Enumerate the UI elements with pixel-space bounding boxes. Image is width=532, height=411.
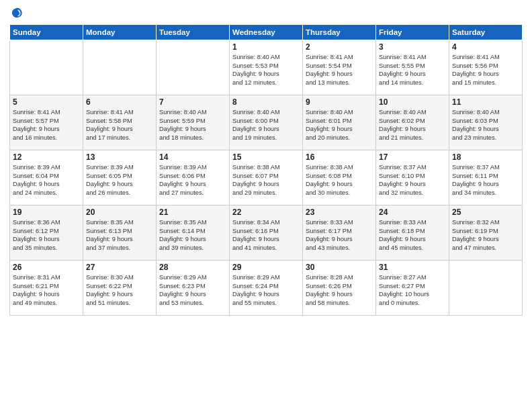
day-number: 23 (306, 208, 373, 217)
calendar-cell (449, 261, 523, 316)
calendar-cell (10, 40, 83, 95)
day-number: 20 (86, 208, 153, 217)
header (9, 7, 523, 21)
day-header-sunday: Sunday (10, 25, 83, 40)
cell-content: Sunrise: 8:38 AM Sunset: 6:07 PM Dayligh… (232, 163, 300, 197)
calendar-cell: 16Sunrise: 8:38 AM Sunset: 6:08 PM Dayli… (303, 150, 376, 205)
calendar-cell: 20Sunrise: 8:35 AM Sunset: 6:13 PM Dayli… (83, 205, 157, 261)
cell-content: Sunrise: 8:27 AM Sunset: 6:27 PM Dayligh… (379, 273, 446, 307)
day-header-saturday: Saturday (449, 25, 523, 40)
day-number: 30 (306, 263, 373, 272)
calendar-cell: 23Sunrise: 8:33 AM Sunset: 6:17 PM Dayli… (303, 205, 376, 261)
logo (9, 7, 26, 21)
cell-content: Sunrise: 8:29 AM Sunset: 6:23 PM Dayligh… (159, 273, 226, 307)
calendar-cell: 7Sunrise: 8:40 AM Sunset: 5:59 PM Daylig… (157, 95, 230, 150)
calendar-cell: 30Sunrise: 8:28 AM Sunset: 6:26 PM Dayli… (303, 261, 376, 316)
calendar-cell: 1Sunrise: 8:40 AM Sunset: 5:53 PM Daylig… (230, 40, 303, 95)
calendar-cell: 18Sunrise: 8:37 AM Sunset: 6:11 PM Dayli… (449, 150, 523, 205)
day-number: 5 (13, 97, 80, 107)
cell-content: Sunrise: 8:35 AM Sunset: 6:14 PM Dayligh… (159, 218, 226, 252)
day-number: 26 (13, 263, 80, 272)
calendar-cell: 24Sunrise: 8:33 AM Sunset: 6:18 PM Dayli… (376, 205, 449, 261)
calendar-cell: 5Sunrise: 8:41 AM Sunset: 5:57 PM Daylig… (10, 95, 83, 150)
cell-content: Sunrise: 8:29 AM Sunset: 6:24 PM Dayligh… (232, 273, 300, 307)
cell-content: Sunrise: 8:41 AM Sunset: 5:54 PM Dayligh… (306, 53, 373, 87)
day-number: 25 (452, 208, 519, 217)
day-number: 7 (159, 97, 226, 107)
week-row-1: 1Sunrise: 8:40 AM Sunset: 5:53 PM Daylig… (10, 40, 523, 95)
cell-content: Sunrise: 8:30 AM Sunset: 6:22 PM Dayligh… (86, 273, 153, 307)
day-number: 21 (159, 208, 226, 217)
calendar-cell: 15Sunrise: 8:38 AM Sunset: 6:07 PM Dayli… (230, 150, 303, 205)
calendar-cell: 2Sunrise: 8:41 AM Sunset: 5:54 PM Daylig… (303, 40, 376, 95)
day-number: 1 (232, 42, 300, 52)
cell-content: Sunrise: 8:34 AM Sunset: 6:16 PM Dayligh… (232, 218, 300, 252)
day-number: 29 (232, 263, 300, 272)
calendar-cell (83, 40, 157, 95)
cell-content: Sunrise: 8:35 AM Sunset: 6:13 PM Dayligh… (86, 218, 153, 252)
calendar-cell: 12Sunrise: 8:39 AM Sunset: 6:04 PM Dayli… (10, 150, 83, 205)
cell-content: Sunrise: 8:31 AM Sunset: 6:21 PM Dayligh… (13, 273, 80, 307)
calendar-cell: 17Sunrise: 8:37 AM Sunset: 6:10 PM Dayli… (376, 150, 449, 205)
calendar-cell: 14Sunrise: 8:39 AM Sunset: 6:06 PM Dayli… (157, 150, 230, 205)
cell-content: Sunrise: 8:41 AM Sunset: 5:56 PM Dayligh… (452, 53, 519, 87)
cell-content: Sunrise: 8:40 AM Sunset: 5:53 PM Dayligh… (232, 53, 300, 87)
page: SundayMondayTuesdayWednesdayThursdayFrid… (0, 0, 532, 411)
cell-content: Sunrise: 8:41 AM Sunset: 5:55 PM Dayligh… (379, 53, 446, 87)
cell-content: Sunrise: 8:40 AM Sunset: 6:00 PM Dayligh… (232, 108, 300, 142)
week-row-2: 5Sunrise: 8:41 AM Sunset: 5:57 PM Daylig… (10, 95, 523, 150)
day-number: 13 (86, 152, 153, 162)
day-number: 24 (379, 208, 446, 217)
cell-content: Sunrise: 8:33 AM Sunset: 6:18 PM Dayligh… (379, 218, 446, 252)
day-number: 31 (379, 263, 446, 272)
day-header-friday: Friday (376, 25, 449, 40)
calendar-cell: 27Sunrise: 8:30 AM Sunset: 6:22 PM Dayli… (83, 261, 157, 316)
day-number: 14 (159, 152, 226, 162)
day-number: 15 (232, 152, 300, 162)
cell-content: Sunrise: 8:28 AM Sunset: 6:26 PM Dayligh… (306, 273, 373, 307)
day-number: 2 (306, 42, 373, 52)
calendar-table: SundayMondayTuesdayWednesdayThursdayFrid… (9, 24, 523, 316)
cell-content: Sunrise: 8:36 AM Sunset: 6:12 PM Dayligh… (13, 218, 80, 252)
calendar-cell: 3Sunrise: 8:41 AM Sunset: 5:55 PM Daylig… (376, 40, 449, 95)
calendar-cell: 19Sunrise: 8:36 AM Sunset: 6:12 PM Dayli… (10, 205, 83, 261)
cell-content: Sunrise: 8:37 AM Sunset: 6:11 PM Dayligh… (452, 163, 519, 197)
day-header-tuesday: Tuesday (157, 25, 230, 40)
day-number: 28 (159, 263, 226, 272)
calendar-cell: 21Sunrise: 8:35 AM Sunset: 6:14 PM Dayli… (157, 205, 230, 261)
cell-content: Sunrise: 8:40 AM Sunset: 6:02 PM Dayligh… (379, 108, 446, 142)
header-row: SundayMondayTuesdayWednesdayThursdayFrid… (10, 25, 523, 40)
calendar-cell: 26Sunrise: 8:31 AM Sunset: 6:21 PM Dayli… (10, 261, 83, 316)
calendar-cell: 22Sunrise: 8:34 AM Sunset: 6:16 PM Dayli… (230, 205, 303, 261)
logo-icon (11, 7, 23, 19)
cell-content: Sunrise: 8:41 AM Sunset: 5:57 PM Dayligh… (13, 108, 80, 142)
day-number: 4 (452, 42, 519, 52)
day-number: 16 (306, 152, 373, 162)
day-number: 8 (232, 97, 300, 107)
cell-content: Sunrise: 8:40 AM Sunset: 6:01 PM Dayligh… (306, 108, 373, 142)
calendar-cell (157, 40, 230, 95)
calendar-cell: 28Sunrise: 8:29 AM Sunset: 6:23 PM Dayli… (157, 261, 230, 316)
week-row-5: 26Sunrise: 8:31 AM Sunset: 6:21 PM Dayli… (10, 261, 523, 316)
day-header-thursday: Thursday (303, 25, 376, 40)
cell-content: Sunrise: 8:39 AM Sunset: 6:05 PM Dayligh… (86, 163, 153, 197)
calendar-cell: 6Sunrise: 8:41 AM Sunset: 5:58 PM Daylig… (83, 95, 157, 150)
cell-content: Sunrise: 8:37 AM Sunset: 6:10 PM Dayligh… (379, 163, 446, 197)
day-number: 22 (232, 208, 300, 217)
day-number: 9 (306, 97, 373, 107)
calendar-cell: 9Sunrise: 8:40 AM Sunset: 6:01 PM Daylig… (303, 95, 376, 150)
calendar-cell: 10Sunrise: 8:40 AM Sunset: 6:02 PM Dayli… (376, 95, 449, 150)
day-number: 11 (452, 97, 519, 107)
cell-content: Sunrise: 8:40 AM Sunset: 6:03 PM Dayligh… (452, 108, 519, 142)
day-number: 10 (379, 97, 446, 107)
day-number: 3 (379, 42, 446, 52)
day-number: 12 (13, 152, 80, 162)
calendar-cell: 31Sunrise: 8:27 AM Sunset: 6:27 PM Dayli… (376, 261, 449, 316)
calendar-cell: 29Sunrise: 8:29 AM Sunset: 6:24 PM Dayli… (230, 261, 303, 316)
cell-content: Sunrise: 8:41 AM Sunset: 5:58 PM Dayligh… (86, 108, 153, 142)
day-number: 19 (13, 208, 80, 217)
day-number: 6 (86, 97, 153, 107)
day-number: 17 (379, 152, 446, 162)
cell-content: Sunrise: 8:38 AM Sunset: 6:08 PM Dayligh… (306, 163, 373, 197)
cell-content: Sunrise: 8:33 AM Sunset: 6:17 PM Dayligh… (306, 218, 373, 252)
